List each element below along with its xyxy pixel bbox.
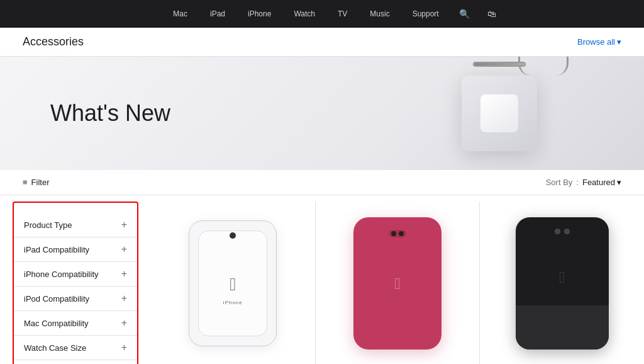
product-card-1[interactable]:  New iPhone XS Max Silicone Case – Hibi… bbox=[316, 202, 480, 364]
filter-button[interactable]: ≡ Filter bbox=[23, 178, 49, 187]
nav-item-ipad[interactable]: iPad bbox=[199, 9, 236, 18]
bag-icon[interactable]: 🛍 bbox=[479, 9, 505, 19]
nav-bar: Mac iPad iPhone Watch TV Music Support 🔍… bbox=[0, 0, 644, 28]
sort-by-control: Sort By : Featured ▾ bbox=[546, 178, 621, 187]
sidebar-item-ipod-compat[interactable]: iPod Compatibility + bbox=[14, 287, 137, 311]
expand-icon-ipad-compat: + bbox=[121, 244, 127, 255]
hero-product-image bbox=[405, 63, 594, 164]
filter-sidebar: Product Type + iPad Compatibility + iPho… bbox=[13, 202, 138, 364]
sub-nav: Accessories Browse all ▾ bbox=[0, 28, 644, 57]
product-card-2[interactable]:  New iPhone XS Max Smart Battery Case –… bbox=[480, 202, 644, 364]
sidebar-item-mac-compat[interactable]: Mac Compatibility + bbox=[14, 311, 137, 336]
sidebar-item-ipad-compat[interactable]: iPad Compatibility + bbox=[14, 237, 137, 262]
nav-item-support[interactable]: Support bbox=[401, 9, 450, 18]
expand-icon-watch-case: + bbox=[121, 342, 127, 353]
nav-item-watch[interactable]: Watch bbox=[282, 9, 326, 18]
browse-all-link[interactable]: Browse all ▾ bbox=[577, 37, 621, 47]
product-image-2:  bbox=[499, 214, 625, 353]
nav-item-iphone[interactable]: iPhone bbox=[236, 9, 282, 18]
sidebar-item-product-type[interactable]: Product Type + bbox=[14, 213, 137, 237]
page-title: Accessories bbox=[23, 35, 84, 48]
hero-section: What's New bbox=[0, 57, 644, 170]
product-grid:  iPhone New iPhone XR Clear Case $39.00 bbox=[151, 195, 644, 364]
sort-label: Sort By bbox=[546, 178, 573, 187]
expand-icon-ipod-compat: + bbox=[121, 293, 127, 304]
search-icon[interactable]: 🔍 bbox=[450, 9, 479, 19]
nav-item-tv[interactable]: TV bbox=[326, 9, 358, 18]
filter-icon: ≡ bbox=[23, 178, 28, 187]
expand-icon-iphone-compat: + bbox=[121, 268, 127, 280]
sidebar-item-iphone-compat[interactable]: iPhone Compatibility + bbox=[14, 262, 137, 287]
nav-item-mac[interactable]: Mac bbox=[162, 9, 199, 18]
product-card-0[interactable]:  iPhone New iPhone XR Clear Case $39.00 bbox=[151, 202, 316, 364]
nav-item-music[interactable]: Music bbox=[358, 9, 401, 18]
expand-icon-product-type: + bbox=[121, 219, 127, 230]
sidebar-item-appletv-compat[interactable]: Apple TV Compatibility + bbox=[14, 360, 137, 364]
sidebar-item-watch-case[interactable]: Watch Case Size + bbox=[14, 336, 137, 360]
expand-icon-mac-compat: + bbox=[121, 317, 127, 329]
toolbar: ≡ Filter Sort By : Featured ▾ bbox=[0, 170, 644, 195]
hero-title: What's New bbox=[50, 100, 170, 127]
main-content: Product Type + iPad Compatibility + iPho… bbox=[0, 195, 644, 364]
sort-value-dropdown[interactable]: Featured ▾ bbox=[582, 178, 621, 187]
product-image-0:  iPhone bbox=[170, 214, 296, 353]
filter-label: Filter bbox=[31, 178, 50, 187]
product-image-1:  bbox=[335, 214, 460, 353]
